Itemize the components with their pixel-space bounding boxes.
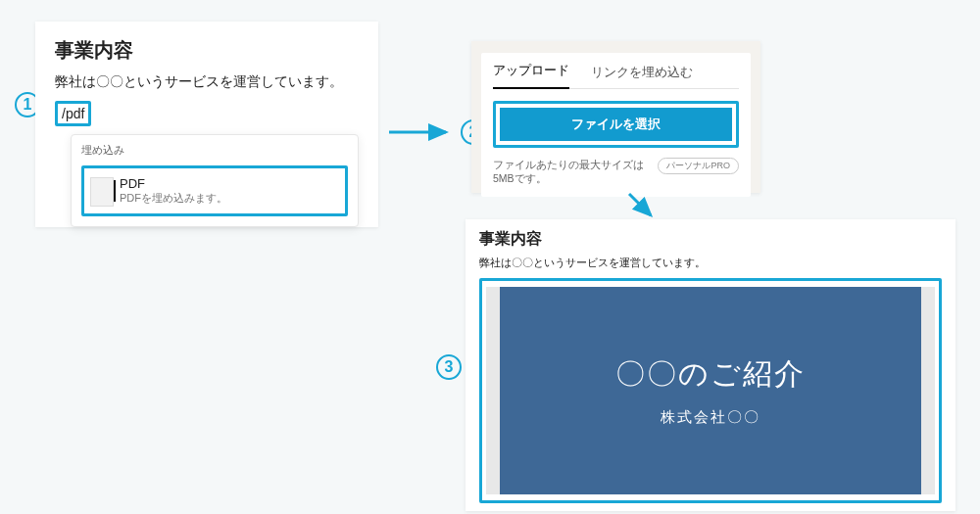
- embedded-pdf-viewer[interactable]: 〇〇のご紹介 株式会社〇〇: [479, 278, 942, 503]
- step-number: 1: [24, 96, 32, 114]
- svg-line-1: [629, 194, 651, 215]
- viewer-next-edge[interactable]: [921, 287, 935, 494]
- select-file-highlight: ファイルを選択: [493, 101, 739, 148]
- tab-embed-link[interactable]: リンクを埋め込む: [591, 65, 693, 89]
- plan-badge: パーソナルPRO: [658, 158, 739, 174]
- step-badge-3: 3: [436, 354, 462, 380]
- pdf-file-icon: PDF: [90, 180, 120, 202]
- select-file-button[interactable]: ファイルを選択: [500, 108, 732, 141]
- arrow-1-to-2: [387, 113, 461, 152]
- viewer-prev-edge[interactable]: [486, 287, 500, 494]
- slide-title: 〇〇のご紹介: [615, 354, 806, 395]
- max-size-line1: ファイルあたりの最大サイズは: [493, 159, 644, 170]
- menu-option-title: PDF: [120, 176, 227, 192]
- upload-tabs: アップロード リンクを埋め込む: [493, 53, 739, 89]
- menu-section-label: 埋め込み: [81, 143, 348, 158]
- slash-command-menu: 埋め込み PDF PDF PDFを埋め込みます。: [71, 134, 359, 227]
- pdf-slide: 〇〇のご紹介 株式会社〇〇: [500, 287, 921, 494]
- upload-card: アップロード リンクを埋め込む ファイルを選択 ファイルあたりの最大サイズは 5…: [481, 53, 751, 197]
- max-file-size-text: ファイルあたりの最大サイズは 5MBです。: [493, 158, 644, 185]
- page-title: 事業内容: [55, 37, 359, 64]
- result-panel: 事業内容 弊社は〇〇というサービスを運営しています。 〇〇のご紹介 株式会社〇〇: [466, 219, 956, 511]
- max-size-line2: 5MBです。: [493, 172, 547, 184]
- result-page-description: 弊社は〇〇というサービスを運営しています。: [479, 256, 942, 270]
- slide-subtitle: 株式会社〇〇: [661, 408, 760, 427]
- upload-dialog-panel: アップロード リンクを埋め込む ファイルを選択 ファイルあたりの最大サイズは 5…: [471, 41, 760, 193]
- menu-option-pdf[interactable]: PDF PDF PDFを埋め込みます。: [81, 165, 348, 216]
- page-description: 弊社は〇〇というサービスを運営しています。: [55, 73, 359, 91]
- menu-option-subtitle: PDFを埋め込みます。: [120, 192, 227, 206]
- pdf-badge-icon: PDF: [94, 180, 116, 202]
- tab-upload[interactable]: アップロード: [493, 63, 569, 89]
- result-page-title: 事業内容: [479, 229, 942, 250]
- menu-option-texts: PDF PDFを埋め込みます。: [120, 176, 227, 206]
- slash-command-input[interactable]: /pdf: [55, 101, 91, 126]
- editor-panel: 事業内容 弊社は〇〇というサービスを運営しています。 /pdf 埋め込み PDF…: [35, 22, 378, 227]
- step-number: 3: [445, 358, 454, 376]
